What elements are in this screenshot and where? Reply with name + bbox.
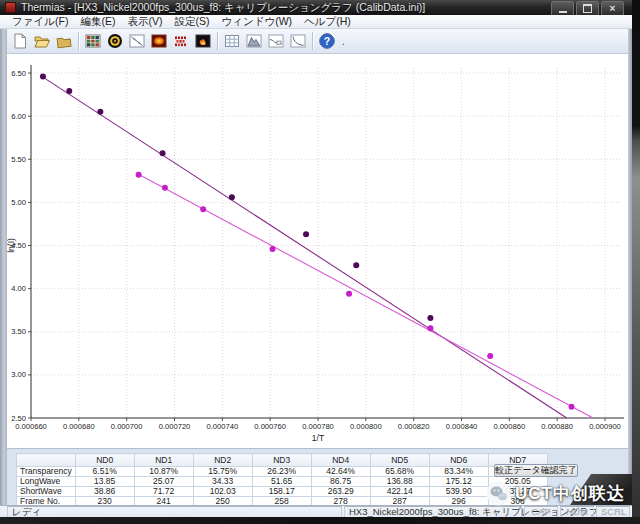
table-row: ShortWave38.8671.72102.03158.17263.29422… (17, 487, 548, 497)
close-icon: × (610, 4, 616, 14)
table-header-cell: ND1 (134, 454, 193, 467)
table-row: LongWave13.8525.0734.3351.6586.75136.881… (17, 477, 548, 487)
svg-text:0.000780: 0.000780 (302, 422, 334, 431)
svg-text:0.000800: 0.000800 (350, 422, 382, 431)
table-cell: 175.12 (429, 477, 488, 487)
table-cell: 26.23% (252, 467, 311, 477)
toolbar-separator (78, 32, 79, 50)
new-file-icon[interactable] (9, 31, 31, 52)
menu-item-window[interactable]: ウィンドウ(W) (215, 15, 298, 29)
svg-text:4.00: 4.00 (11, 284, 26, 293)
window-border-left (0, 29, 7, 517)
calibration-confirm-button[interactable]: 較正データ確認完了 (494, 464, 578, 477)
table-cell: 83.34% (429, 467, 488, 477)
svg-text:0.000680: 0.000680 (63, 422, 95, 431)
watermark-text: UCT中创联达 (515, 482, 625, 505)
flame-image-icon[interactable] (192, 31, 214, 52)
svg-text:3.50: 3.50 (11, 327, 26, 336)
menu-item-settings[interactable]: 設定(S) (168, 15, 215, 29)
menu-bar: ファイル(F)編集(E)表示(V)設定(S)ウィンドウ(W)ヘルプ(H) (0, 15, 632, 29)
svg-text:0.000880: 0.000880 (541, 422, 573, 431)
table-header-cell: ND0 (75, 454, 134, 467)
minimize-icon (559, 11, 567, 13)
help-icon[interactable]: ? (316, 31, 338, 52)
table-row: Transparency6.51%10.87%15.75%26.23%42.64… (17, 467, 548, 477)
svg-text:5.50: 5.50 (11, 155, 26, 164)
toolbar: ?. (0, 29, 632, 54)
svg-text:5.00: 5.00 (11, 198, 26, 207)
histogram-icon[interactable] (243, 31, 265, 52)
toolbar-overflow[interactable]: . (342, 36, 345, 47)
svg-text:0.000660: 0.000660 (15, 422, 47, 431)
table-cell: 15.75% (193, 467, 252, 477)
svg-text:0.000700: 0.000700 (111, 422, 143, 431)
svg-text:6.00: 6.00 (11, 112, 26, 121)
menu-item-edit[interactable]: 編集(E) (74, 15, 121, 29)
menu-item-help[interactable]: ヘルプ(H) (298, 15, 357, 29)
folder-icon[interactable] (53, 31, 75, 52)
table-cell: 65.68% (370, 467, 429, 477)
svg-text:0.000860: 0.000860 (493, 422, 525, 431)
toolbar-separator (217, 32, 218, 50)
table-row-label: ShortWave (17, 487, 76, 497)
table-cell: 71.72 (134, 487, 193, 497)
table-corner-cell (17, 454, 76, 467)
table-cell: 51.65 (252, 477, 311, 487)
table-cell: 263.29 (311, 487, 370, 497)
frame-grid-icon[interactable] (82, 31, 104, 52)
open-folder-icon[interactable] (31, 31, 53, 52)
toolbar-separator (312, 32, 313, 50)
grid-icon[interactable] (221, 31, 243, 52)
svg-text:0.000740: 0.000740 (206, 422, 238, 431)
svg-text:6.50: 6.50 (11, 69, 26, 78)
table-cell: 13.85 (75, 477, 134, 487)
window-controls: × (551, 1, 624, 16)
minimize-button[interactable] (551, 1, 574, 16)
menu-item-file[interactable]: ファイル(F) (6, 15, 74, 29)
table-cell: 25.07 (134, 477, 193, 487)
watermark: UCT中创联达 (486, 478, 636, 508)
svg-text:?: ? (324, 35, 330, 47)
graph-annotation-icon[interactable] (265, 31, 287, 52)
table-cell: 6.51% (75, 467, 134, 477)
svg-text:0.000720: 0.000720 (159, 422, 191, 431)
svg-text:2.50: 2.50 (11, 414, 26, 423)
line-graph-icon[interactable] (126, 31, 148, 52)
table-cell: 102.03 (193, 487, 252, 497)
table-cell: 38.86 (75, 487, 134, 497)
table-row-label: Transparency (17, 467, 76, 477)
app-icon (5, 2, 16, 13)
maximize-button[interactable] (576, 1, 599, 16)
table-cell: 539.90 (429, 487, 488, 497)
table-row-label: LongWave (17, 477, 76, 487)
svg-text:0.000760: 0.000760 (254, 422, 286, 431)
calibration-chart: 0.0006600.0006800.0007000.0007200.000740… (7, 54, 628, 448)
target-icon[interactable] (104, 31, 126, 52)
nd-filter-table: ND0ND1ND2ND3ND4ND5ND6ND7Transparency6.51… (16, 453, 548, 507)
table-cell: 86.75 (311, 477, 370, 487)
svg-text:0.000840: 0.000840 (446, 422, 478, 431)
svg-text:ln(I): ln(I) (7, 238, 16, 253)
table-header-cell: ND5 (370, 454, 429, 467)
table-header-cell: ND2 (193, 454, 252, 467)
table-header-cell: ND6 (429, 454, 488, 467)
table-cell: 136.88 (370, 477, 429, 487)
table-header-cell: ND3 (252, 454, 311, 467)
table-cell: 34.33 (193, 477, 252, 487)
svg-text:0.000900: 0.000900 (589, 422, 621, 431)
table-cell: 158.17 (252, 487, 311, 497)
close-button[interactable]: × (601, 1, 624, 16)
calibration-graph-panel: 0.0006600.0006800.0007000.0007200.000740… (7, 54, 628, 448)
decay-curve-icon[interactable] (287, 31, 309, 52)
title-bar: Thermias - [HX3_Nickel2000fps_300us_f8: … (0, 0, 632, 15)
window-title: Thermias - [HX3_Nickel2000fps_300us_f8: … (21, 1, 425, 15)
table-cell: 422.14 (370, 487, 429, 497)
svg-text:1/T: 1/T (312, 433, 324, 443)
svg-text:3.00: 3.00 (11, 370, 26, 379)
application-window: Thermias - [HX3_Nickel2000fps_300us_f8: … (0, 0, 640, 524)
menu-item-view[interactable]: 表示(V) (121, 15, 168, 29)
thermal-image-icon[interactable] (148, 31, 170, 52)
heat-pattern-icon[interactable] (170, 31, 192, 52)
table-cell: 10.87% (134, 467, 193, 477)
wechat-icon (486, 481, 511, 506)
